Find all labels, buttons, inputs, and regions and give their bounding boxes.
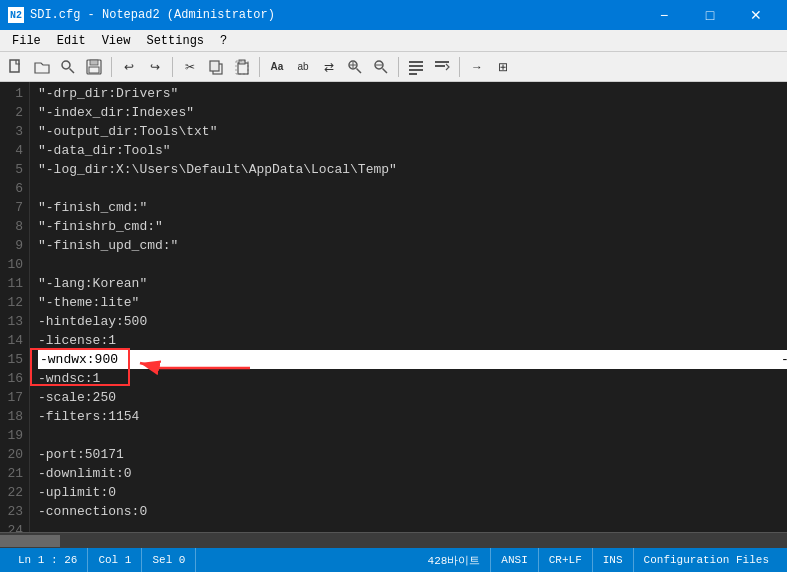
horizontal-scrollbar[interactable] [0, 532, 787, 548]
window-title: SDI.cfg - Notepad2 (Administrator) [30, 8, 275, 22]
linenum-button[interactable] [404, 55, 428, 79]
line-number-1: 1 [4, 84, 23, 103]
code-line-6 [38, 179, 779, 198]
close-button[interactable]: ✕ [733, 0, 779, 30]
nav1-button[interactable]: → [465, 55, 489, 79]
line-number-18: 18 [4, 407, 23, 426]
menu-file[interactable]: File [4, 32, 49, 50]
code-line-7: "-finish_cmd:" [38, 198, 779, 217]
status-charset: ANSI [491, 548, 538, 572]
line-number-3: 3 [4, 122, 23, 141]
copy-button[interactable] [204, 55, 228, 79]
svg-rect-18 [409, 61, 423, 63]
line-number-7: 7 [4, 198, 23, 217]
code-content[interactable]: "-drp_dir:Drivers""-index_dir:Indexes""-… [30, 82, 787, 532]
code-line-18: -scale:250 [38, 388, 779, 407]
scrollbar-track[interactable] [0, 535, 787, 547]
menu-bar: File Edit View Settings ? [0, 30, 787, 52]
code-line-10 [38, 255, 779, 274]
sep4 [398, 57, 399, 77]
open-button[interactable] [30, 55, 54, 79]
code-line-3: "-output_dir:Tools\txt" [38, 122, 779, 141]
title-bar-controls: − □ ✕ [641, 0, 779, 30]
code-line-25 [38, 521, 779, 532]
svg-rect-22 [435, 61, 449, 63]
line-number-10: 10 [4, 255, 23, 274]
line-number-4: 4 [4, 141, 23, 160]
new-button[interactable] [4, 55, 28, 79]
app-icon: N2 [8, 7, 24, 23]
svg-line-2 [70, 68, 75, 73]
paste-button[interactable] [230, 55, 254, 79]
title-bar: N2 SDI.cfg - Notepad2 (Administrator) − … [0, 0, 787, 30]
svg-rect-7 [210, 61, 219, 71]
status-bar: Ln 1 : 26 Col 1 Sel 0 428바이트 ANSI CR+LF … [0, 548, 787, 572]
line-number-6: 6 [4, 179, 23, 198]
editor-container: 1234567891011121314151617181920212223242… [0, 82, 787, 548]
line-number-8: 8 [4, 217, 23, 236]
save-button[interactable] [82, 55, 106, 79]
status-ln: Ln 1 : 26 [8, 548, 88, 572]
minimize-button[interactable]: − [641, 0, 687, 30]
editor-scroll-area[interactable]: 1234567891011121314151617181920212223242… [0, 82, 787, 532]
grid-button[interactable]: ⊞ [491, 55, 515, 79]
undo-button[interactable]: ↩ [117, 55, 141, 79]
svg-point-1 [62, 61, 70, 69]
svg-rect-4 [90, 60, 98, 65]
line-numbers: 1234567891011121314151617181920212223242… [0, 82, 30, 532]
code-line-24: -connections:0 [38, 502, 779, 521]
wrap-button[interactable] [430, 55, 454, 79]
svg-rect-0 [10, 60, 19, 72]
redo-button[interactable]: ↪ [143, 55, 167, 79]
code-line-16: -wndwy:325 [779, 350, 787, 369]
line-number-21: 21 [4, 464, 23, 483]
code-line-14: -license:1 [38, 331, 779, 350]
line-number-2: 2 [4, 103, 23, 122]
line-number-23: 23 [4, 502, 23, 521]
code-line-11: "-lang:Korean" [38, 274, 779, 293]
find4-button[interactable] [343, 55, 367, 79]
status-col: Col 1 [88, 548, 142, 572]
svg-rect-9 [239, 60, 245, 64]
menu-help[interactable]: ? [212, 32, 235, 50]
line-number-12: 12 [4, 293, 23, 312]
find-button[interactable] [56, 55, 80, 79]
replace-button[interactable]: ⇄ [317, 55, 341, 79]
cut-button[interactable]: ✂ [178, 55, 202, 79]
line-number-11: 11 [4, 274, 23, 293]
line-number-16: 16 [4, 369, 23, 388]
sep3 [259, 57, 260, 77]
code-line-21: -port:50171 [38, 445, 779, 464]
scrollbar-thumb[interactable] [0, 535, 60, 547]
status-lineending: CR+LF [539, 548, 593, 572]
svg-rect-23 [435, 65, 445, 67]
toolbar: ↩ ↪ ✂ Aa ab ⇄ → ⊞ [0, 52, 787, 82]
code-line-19: -filters:1154 [38, 407, 779, 426]
svg-line-16 [383, 68, 388, 73]
line-number-15: 15 [4, 350, 23, 369]
code-line-22: -downlimit:0 [38, 464, 779, 483]
code-line-17: -wndsc:1 [38, 369, 779, 388]
code-line-1: "-drp_dir:Drivers" [38, 84, 779, 103]
code-line-23: -uplimit:0 [38, 483, 779, 502]
line-number-19: 19 [4, 426, 23, 445]
status-mode: INS [593, 548, 634, 572]
maximize-button[interactable]: □ [687, 0, 733, 30]
line-number-13: 13 [4, 312, 23, 331]
svg-rect-20 [409, 69, 423, 71]
line-number-17: 17 [4, 388, 23, 407]
code-line-13: -hintdelay:500 [38, 312, 779, 331]
line-number-9: 9 [4, 236, 23, 255]
code-line-4: "-data_dir:Tools" [38, 141, 779, 160]
sep1 [111, 57, 112, 77]
find5-button[interactable] [369, 55, 393, 79]
code-line-15: -wndwx:900 [38, 350, 779, 369]
line-number-5: 5 [4, 160, 23, 179]
menu-settings[interactable]: Settings [138, 32, 212, 50]
find2-button[interactable]: Aa [265, 55, 289, 79]
menu-view[interactable]: View [94, 32, 139, 50]
status-sel: Sel 0 [142, 548, 196, 572]
line-number-24: 24 [4, 521, 23, 532]
menu-edit[interactable]: Edit [49, 32, 94, 50]
find3-button[interactable]: ab [291, 55, 315, 79]
